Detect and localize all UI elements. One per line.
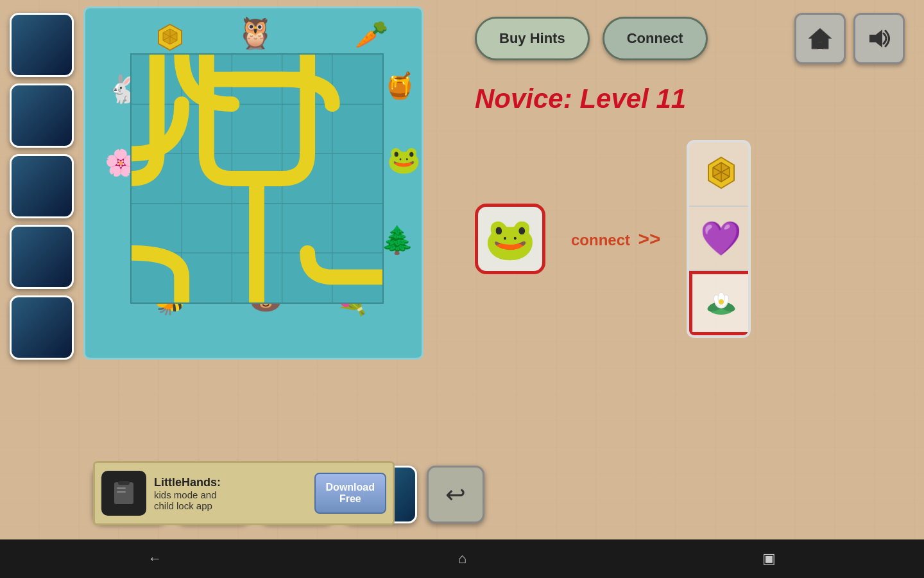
ad-banner: LittleHands: kids mode andchild lock app…: [93, 461, 395, 525]
carrot-decoration: 🥕: [355, 21, 388, 48]
svg-rect-25: [114, 482, 133, 504]
level-title: Novice: Level 11: [475, 83, 905, 114]
ad-app-icon: [101, 471, 146, 516]
frog-right-decoration: 🐸: [387, 146, 420, 173]
owl-decoration: 🦉: [236, 18, 275, 49]
icon-buttons-group: [794, 13, 905, 64]
connect-button[interactable]: Connect: [603, 17, 708, 60]
nav-back-button[interactable]: ←: [148, 550, 162, 567]
buy-hints-button[interactable]: Buy Hints: [475, 17, 590, 60]
connect-items-column: 💜: [687, 140, 751, 338]
nav-home-button[interactable]: ⌂: [458, 550, 466, 567]
ad-title: LittleHands:: [154, 476, 307, 489]
inventory-tile-5[interactable]: [10, 295, 74, 360]
nav-recent-button[interactable]: ▣: [762, 550, 776, 567]
item-cell-purple-flower[interactable]: 💜: [689, 207, 751, 271]
ad-subtitle: kids mode andchild lock app: [154, 489, 307, 511]
sound-button[interactable]: [853, 13, 905, 64]
item-cell-honeycomb[interactable]: [689, 143, 751, 207]
item-cell-lily-selected[interactable]: [689, 271, 751, 335]
connect-frog-box[interactable]: 🐸: [475, 204, 545, 274]
ad-text-block: LittleHands: kids mode andchild lock app: [154, 476, 307, 511]
game-board: 🦉 🥕 🐇 🌸 🐝 🐻 💐 🍯 🐸 🌲 🍇: [83, 6, 424, 360]
svg-rect-5: [132, 55, 382, 302]
android-nav-bar: ← ⌂ ▣: [0, 539, 924, 578]
left-inventory-panel: [10, 13, 74, 360]
svg-rect-30: [817, 42, 823, 49]
ad-download-button[interactable]: DownloadFree: [314, 473, 386, 514]
puzzle-grid[interactable]: [130, 53, 384, 304]
tree-right-decoration: 🌲: [381, 227, 414, 254]
svg-marker-31: [869, 30, 882, 48]
beehive-right-decoration: 🍯: [384, 73, 416, 98]
inventory-tile-4[interactable]: [10, 225, 74, 289]
right-panel: Buy Hints Connect Novice: Level 11: [456, 0, 924, 539]
svg-rect-28: [117, 491, 126, 493]
inventory-tile-3[interactable]: [10, 154, 74, 218]
hint-connect-group: Buy Hints Connect: [475, 17, 708, 60]
connect-arrows: >>: [638, 228, 660, 249]
inventory-tile-2[interactable]: [10, 83, 74, 148]
frog-emoji: 🐸: [484, 215, 536, 263]
svg-rect-27: [117, 487, 126, 489]
purple-flower-emoji: 💜: [700, 219, 742, 258]
svg-rect-26: [118, 481, 130, 485]
home-button[interactable]: [794, 13, 846, 64]
top-action-buttons: Buy Hints Connect: [475, 13, 905, 64]
connect-section: 🐸 connect >> 💜: [475, 140, 905, 338]
svg-point-44: [719, 299, 724, 304]
connect-arrow-label: connect >>: [571, 228, 661, 250]
inventory-tile-1[interactable]: [10, 13, 74, 77]
